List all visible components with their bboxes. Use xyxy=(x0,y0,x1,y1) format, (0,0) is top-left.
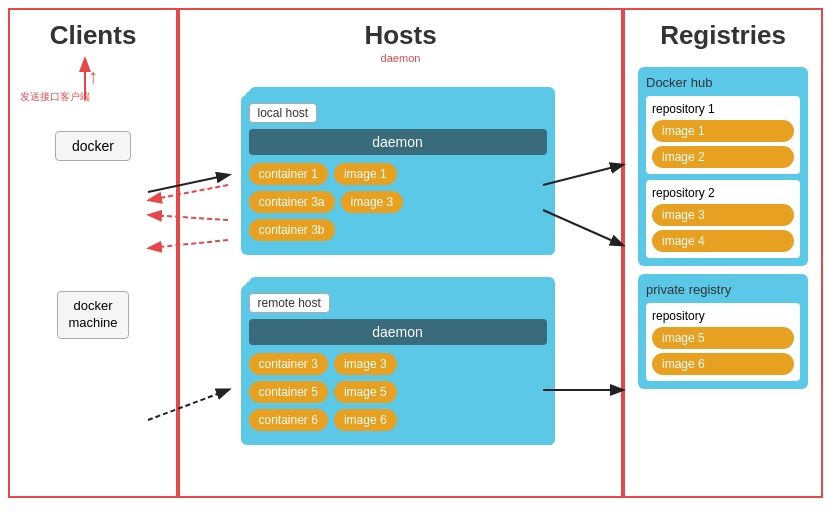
local-daemon-bar: daemon xyxy=(249,129,547,155)
local-host-row-1: container 1 image 1 xyxy=(249,163,547,185)
local-host-row-3: container 3b xyxy=(249,219,547,241)
private-registry-title: private registry xyxy=(646,282,800,297)
hub-image-3: image 3 xyxy=(652,204,794,226)
docker-client-box: docker xyxy=(55,131,131,161)
private-repo-box: repository image 5 image 6 xyxy=(646,303,800,381)
docker-machine-box: dockermachine xyxy=(57,291,128,339)
local-image-1: image 1 xyxy=(334,163,397,185)
hosts-section: Hosts daemon local host daemon container… xyxy=(178,8,623,498)
remote-container-3: container 3 xyxy=(249,353,328,375)
remote-image-3: image 3 xyxy=(334,353,397,375)
local-container-1: container 1 xyxy=(249,163,328,185)
hub-image-4: image 4 xyxy=(652,230,794,252)
private-image-6: image 6 xyxy=(652,353,794,375)
private-image-5: image 5 xyxy=(652,327,794,349)
remote-host-row-1: container 3 image 3 xyxy=(249,353,547,375)
repo-2-box: repository 2 image 3 image 4 xyxy=(646,180,800,258)
chinese-label: 发送接口客户端 xyxy=(20,90,90,104)
registries-title: Registries xyxy=(660,20,786,51)
remote-host-stack: remote host daemon container 3 image 3 c… xyxy=(241,285,561,445)
clients-section: Clients ↑ 发送接口客户端 docker dockermachine xyxy=(8,8,178,498)
daemon-top-label: daemon xyxy=(381,52,421,64)
docker-hub-box: Docker hub repository 1 image 1 image 2 … xyxy=(638,67,808,266)
local-host-stack: local host daemon container 1 image 1 co… xyxy=(241,95,561,255)
remote-container-6: container 6 xyxy=(249,409,328,431)
remote-container-5: container 5 xyxy=(249,381,328,403)
local-container-3b: container 3b xyxy=(249,219,335,241)
clients-title: Clients xyxy=(50,20,137,51)
up-arrow-icon: ↑ xyxy=(88,65,98,88)
hub-image-2: image 2 xyxy=(652,146,794,168)
hub-image-1: image 1 xyxy=(652,120,794,142)
repo-1-images: image 1 image 2 xyxy=(652,120,794,168)
remote-host-row-2: container 5 image 5 xyxy=(249,381,547,403)
docker-machine-label: dockermachine xyxy=(68,298,117,330)
local-host-box: local host daemon container 1 image 1 co… xyxy=(241,95,555,255)
hosts-title: Hosts xyxy=(364,20,436,51)
private-registry-box: private registry repository image 5 imag… xyxy=(638,274,808,389)
registries-section: Registries Docker hub repository 1 image… xyxy=(623,8,823,498)
remote-daemon-bar: daemon xyxy=(249,319,547,345)
local-host-row-2: container 3a image 3 xyxy=(249,191,547,213)
repo-1-box: repository 1 image 1 image 2 xyxy=(646,96,800,174)
remote-host-box: remote host daemon container 3 image 3 c… xyxy=(241,285,555,445)
docker-hub-title: Docker hub xyxy=(646,75,800,90)
repo-1-title: repository 1 xyxy=(652,102,794,116)
remote-host-label: remote host xyxy=(249,293,330,313)
private-repo-title: repository xyxy=(652,309,794,323)
local-container-3a: container 3a xyxy=(249,191,335,213)
remote-image-5: image 5 xyxy=(334,381,397,403)
private-repo-images: image 5 image 6 xyxy=(652,327,794,375)
docker-label: docker xyxy=(72,138,114,154)
local-host-label: local host xyxy=(249,103,318,123)
remote-host-row-3: container 6 image 6 xyxy=(249,409,547,431)
local-image-3: image 3 xyxy=(341,191,404,213)
repo-2-title: repository 2 xyxy=(652,186,794,200)
remote-image-6: image 6 xyxy=(334,409,397,431)
repo-2-images: image 3 image 4 xyxy=(652,204,794,252)
